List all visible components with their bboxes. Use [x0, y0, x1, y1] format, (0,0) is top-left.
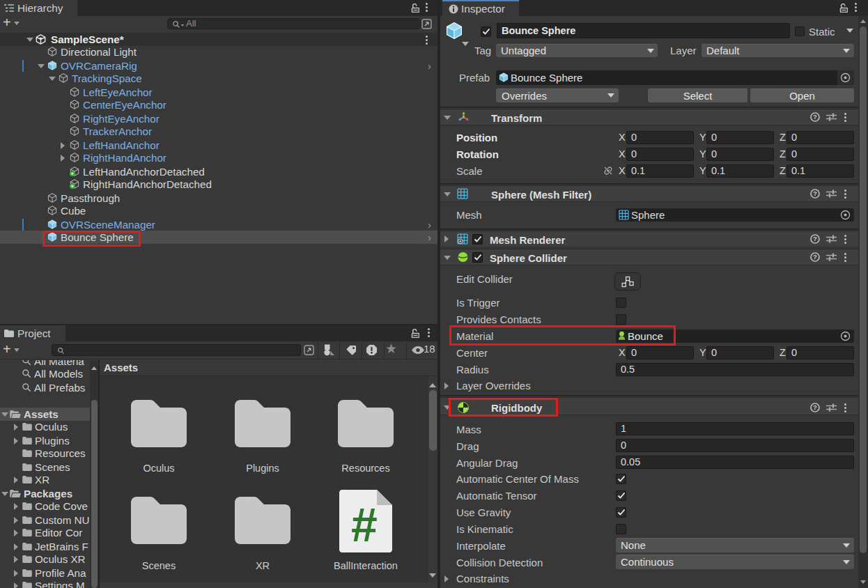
svg-text:?: ? [813, 403, 817, 411]
svg-text:?: ? [813, 235, 817, 242]
svg-text:?: ? [813, 189, 817, 197]
svg-text:#: # [351, 498, 378, 551]
svg-text:?: ? [813, 253, 817, 261]
svg-text:?: ? [813, 113, 817, 121]
